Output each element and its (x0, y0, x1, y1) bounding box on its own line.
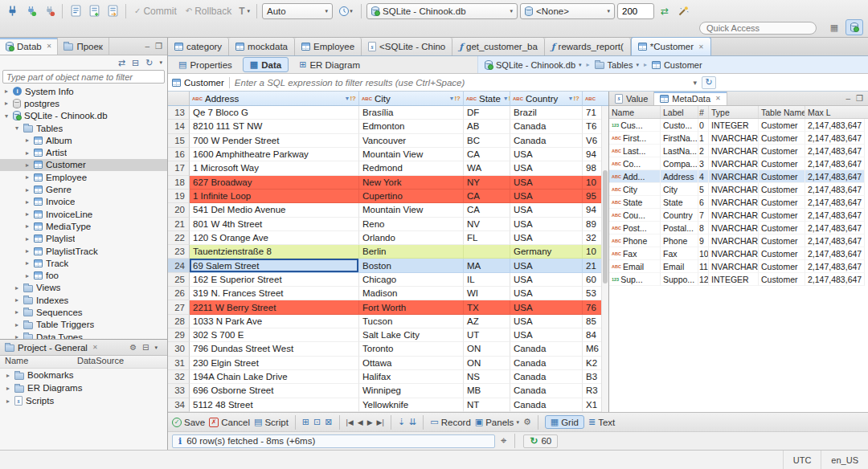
gear-icon[interactable]: ⚙ (129, 343, 137, 352)
row-number-cell[interactable]: 31 (168, 357, 190, 370)
tree-item-sqlite-chinook-db[interactable]: ▾SQLite - Chinook.db (0, 110, 167, 122)
meta-table-cell[interactable]: Customer (759, 247, 805, 260)
expand-arrow[interactable]: ▸ (24, 235, 31, 243)
table-row[interactable]: 21801 W 4th StreetRenoNVUSA89 (168, 218, 608, 231)
table-row[interactable]: 161600 Amphitheatre ParkwayMountain View… (168, 148, 608, 161)
table-row[interactable]: 13Qe 7 Bloco GBrasíliaDFBrazil71 (168, 106, 608, 120)
expand-arrow[interactable]: ▸ (24, 198, 31, 206)
meta-column-header-max-l[interactable]: Max L (805, 106, 868, 118)
expand-arrow[interactable]: ▸ (14, 321, 20, 328)
data-cell[interactable]: USA (510, 273, 583, 287)
row-number-cell[interactable]: 34 (168, 398, 190, 412)
data-cell[interactable]: Qe 7 Bloco G (190, 106, 359, 120)
view-menu-icon[interactable]: ▾ (154, 345, 158, 351)
data-cell[interactable]: ON (464, 342, 510, 356)
data-cell[interactable]: Chicago (359, 273, 464, 287)
tab-value[interactable]: Value (609, 92, 654, 105)
meta-maxlength-cell[interactable]: 2,147,483,647 (805, 234, 865, 247)
calc-panel-icon[interactable]: ⌖ (501, 434, 506, 447)
meta-table-cell[interactable]: Customer (759, 260, 805, 273)
perspective-database-icon[interactable] (845, 19, 863, 35)
data-cell[interactable]: 1 Infinite Loop (190, 190, 359, 203)
table-row[interactable]: 29302 S 700 ESalt Lake CityUTUSA84 (168, 328, 608, 342)
metadata-row[interactable]: 123Sup...Suppo...12INTEGERCustomer2,147,… (609, 273, 868, 286)
meta-type-cell[interactable]: NVARCHAR (709, 157, 759, 170)
meta-label-cell[interactable]: Phone (661, 234, 698, 247)
table-row[interactable]: 23Tauentzienstraße 8BerlinGermany10 (168, 245, 608, 259)
tree-item-genre[interactable]: ▸Genre (0, 183, 167, 195)
auto-commit-combo[interactable]: Auto▾ (262, 3, 333, 19)
commit-button[interactable]: ✓Commit (131, 2, 180, 20)
data-cell[interactable]: Canada (510, 384, 583, 398)
meta-label-cell[interactable]: Country (661, 209, 698, 222)
row-number-cell[interactable]: 26 (168, 287, 190, 300)
open-sql-script-icon[interactable] (104, 3, 121, 19)
meta-ordinal-cell[interactable]: 6 (698, 196, 709, 209)
tree-item-track[interactable]: ▸Track (0, 257, 167, 269)
minimize-icon[interactable]: – (145, 42, 149, 51)
metadata-row[interactable]: ABCStateState6NVARCHARCustomer2,147,483,… (609, 196, 868, 209)
tree-item-invoiceline[interactable]: ▸InvoiceLine (0, 208, 167, 220)
project-item-bookmarks[interactable]: ▸Bookmarks (0, 369, 167, 381)
column-header-datasource[interactable]: DataSource (77, 356, 167, 368)
meta-type-cell[interactable]: NVARCHAR (709, 234, 759, 247)
expand-arrow[interactable]: ▸ (24, 161, 31, 169)
data-cell[interactable]: USA (510, 287, 583, 300)
tab-projects[interactable]: Проек (58, 38, 108, 55)
collapse-all-icon[interactable]: ⊟ (132, 58, 139, 68)
meta-ordinal-cell[interactable]: 12 (698, 273, 709, 286)
data-cell[interactable]: Halifax (359, 370, 464, 384)
data-cell[interactable]: USA (510, 176, 583, 190)
data-cell[interactable]: Brazil (510, 106, 583, 120)
data-cell[interactable]: 5112 48 Street (190, 398, 359, 412)
first-row-button[interactable]: |◀ (346, 418, 354, 426)
data-cell[interactable]: Canada (510, 398, 583, 412)
expand-arrow[interactable]: ▸ (24, 247, 31, 255)
meta-table-cell[interactable]: Customer (759, 222, 805, 234)
row-number-cell[interactable]: 32 (168, 370, 190, 384)
scrollbar-thumb[interactable] (603, 170, 608, 283)
table-row[interactable]: 281033 N Park AveTucsonAZUSA85 (168, 315, 608, 328)
filter-history-icon[interactable]: ▾ (693, 79, 697, 87)
data-cell[interactable]: MA (464, 259, 510, 272)
table-row[interactable]: 33696 Osborne StreetWinnipegMBCanadaR3 (168, 384, 608, 398)
data-cell[interactable]: NS (464, 370, 510, 384)
minimize-icon[interactable]: – (845, 94, 850, 103)
text-view-button[interactable]: ≣Text (588, 417, 615, 427)
meta-label-cell[interactable]: Custo... (661, 119, 698, 132)
refresh-icon[interactable]: ↻ (145, 58, 153, 68)
apply-filter-icon[interactable]: ↻ (702, 76, 716, 89)
maximize-icon[interactable]: ❐ (856, 94, 863, 103)
gear-icon[interactable]: ⚙ (523, 417, 531, 427)
meta-name-cell[interactable]: ABCEmail (609, 260, 661, 273)
expand-arrow[interactable]: ▸ (24, 259, 31, 267)
meta-ordinal-cell[interactable]: 10 (698, 247, 709, 260)
expand-arrow[interactable]: ▸ (24, 149, 31, 157)
table-row[interactable]: 2469 Salem StreetBostonMAUSA21 (168, 259, 608, 272)
timezone-indicator[interactable]: UTC (783, 451, 821, 469)
row-number-cell[interactable]: 24 (168, 259, 190, 272)
breadcrumb-item-customer[interactable]: Customer (652, 60, 702, 70)
quick-access-input[interactable] (699, 22, 817, 35)
metadata-row[interactable]: ABCCo...Compa...3NVARCHARCustomer2,147,4… (609, 157, 868, 170)
meta-table-cell[interactable]: Customer (759, 145, 805, 157)
metadata-row[interactable]: 123Cus...Custo...0INTEGERCustomer2,147,4… (609, 119, 868, 132)
meta-label-cell[interactable]: FirstNa... (661, 132, 698, 145)
filter-sort-control[interactable]: ▼!? (568, 95, 580, 102)
data-cell[interactable]: 69 Salem Street (190, 259, 359, 272)
metadata-row[interactable]: ABCCityCity5NVARCHARCustomer2,147,483,64… (609, 183, 868, 196)
data-cell[interactable]: Fort Worth (359, 300, 464, 314)
breadcrumb-item-sqlite-chinook-db[interactable]: SQLite - Chinook.db▾ (485, 60, 582, 70)
filter-sort-control[interactable]: ▼!? (503, 95, 510, 102)
tree-item-album[interactable]: ▸Album (0, 134, 167, 146)
meta-maxlength-cell[interactable]: 2,147,483,647 (805, 145, 865, 157)
meta-maxlength-cell[interactable]: 2,147,483,647 (805, 170, 865, 183)
editor-tab-get-customer-ba[interactable]: ƒget_customer_ba (452, 38, 545, 55)
row-number-cell[interactable]: 28 (168, 315, 190, 328)
meta-name-cell[interactable]: ABCLast... (609, 145, 661, 157)
table-row[interactable]: 171 Microsoft WayRedmondWAUSA98 (168, 161, 608, 175)
data-cell[interactable]: 120 S Orange Ave (190, 231, 359, 245)
tree-item-customer[interactable]: ▸Customer (0, 159, 167, 171)
tree-item-system-info[interactable]: ▸iSystem Info (0, 85, 167, 97)
data-cell[interactable]: Redmond (359, 161, 464, 175)
